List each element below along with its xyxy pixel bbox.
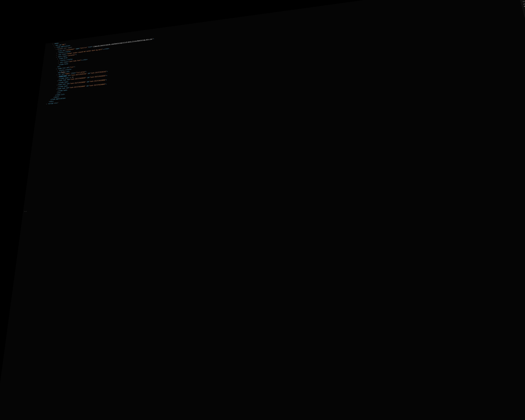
dom-node-div-app[interactable]: ▼ <div id="app"> ▼ <todo-application> ▼ … (46, 0, 525, 103)
chevron-right-icon[interactable]: ▶ (57, 84, 58, 86)
inherited-from-ul: Inherited from ul.list (522, 0, 525, 2)
chevron-down-icon[interactable]: ▼ (54, 45, 55, 47)
dom-node-todo-application[interactable]: ▼ <todo-application> ▼ #shadow-root (ope… (48, 0, 525, 101)
chevron-right-icon[interactable]: ▶ (46, 103, 47, 105)
chevron-right-icon[interactable]: ▶ (56, 88, 57, 90)
chevron-down-icon[interactable]: ▼ (56, 48, 57, 50)
chevron-down-icon[interactable]: ▼ (57, 58, 58, 60)
chevron-down-icon[interactable]: ▼ (55, 47, 56, 49)
chevron-right-icon[interactable]: ▶ (57, 80, 58, 82)
chevron-down-icon[interactable]: ▼ (56, 74, 57, 76)
chevron-down-icon[interactable]: ▼ (56, 68, 57, 70)
chevron-right-icon[interactable]: ▶ (56, 54, 57, 56)
chevron-right-icon[interactable]: ▶ (58, 76, 59, 78)
chevron-right-icon[interactable]: ▶ (58, 60, 59, 62)
chevron-down-icon[interactable]: ▼ (53, 43, 53, 45)
elements-panel[interactable]: ••• ▼ <body> ▼ <div id="app"> ▼ <todo-ap… (0, 0, 525, 420)
chevron-right-icon[interactable]: ▶ (58, 62, 59, 64)
gutter-overflow-icon: ••• (24, 210, 27, 212)
chevron-right-icon[interactable]: ▶ (57, 70, 58, 72)
tag-body: body (55, 43, 58, 44)
chevron-right-icon[interactable]: ▶ (56, 52, 57, 54)
dom-node-body[interactable]: ▼ <body> ▼ <div id="app"> ▼ <todo-applic… (38, 0, 525, 106)
chevron-down-icon[interactable]: ▼ (56, 56, 57, 58)
